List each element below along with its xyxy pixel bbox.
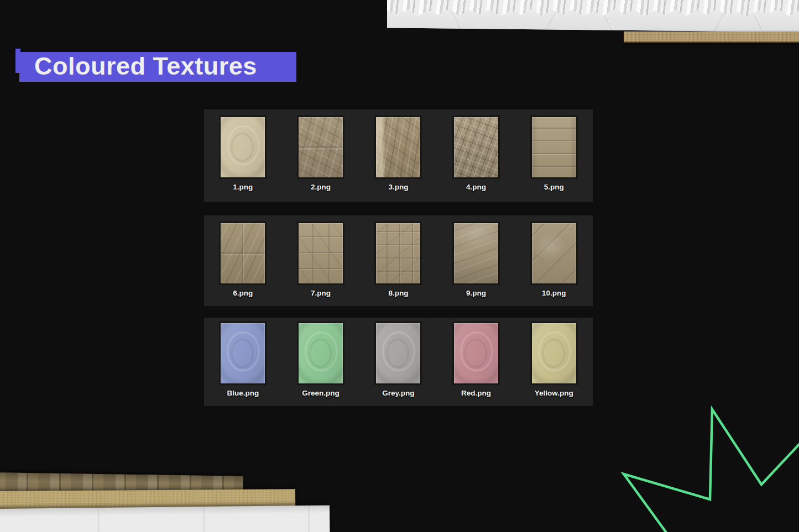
file-name-label: 4.png — [466, 183, 486, 192]
poster-canvas: Coloured Textures 1.png2.png3.png4.png5.… — [0, 0, 799, 532]
file-name-label: 10.png — [542, 289, 566, 298]
file-thumbnail[interactable] — [531, 322, 577, 384]
file-thumbnail[interactable] — [375, 322, 421, 384]
page-title-banner: Coloured Textures — [19, 52, 296, 82]
file-name-label: Grey.png — [382, 389, 414, 398]
file-name-label: 8.png — [388, 289, 408, 298]
file-item[interactable]: 7.png — [282, 222, 360, 298]
file-item[interactable]: Yellow.png — [515, 322, 593, 398]
cardboard-strip-texture — [624, 31, 799, 43]
file-thumbnail[interactable] — [297, 222, 344, 285]
texture-files-panel-row-3: Blue.pngGreen.pngGrey.pngRed.pngYellow.p… — [204, 318, 593, 406]
file-thumbnail[interactable] — [220, 222, 266, 285]
file-thumbnail[interactable] — [531, 222, 577, 285]
file-name-label: Green.png — [302, 389, 340, 398]
file-item[interactable]: 3.png — [359, 116, 437, 192]
file-name-label: Yellow.png — [535, 389, 573, 398]
file-item[interactable]: 10.png — [515, 222, 593, 298]
file-item[interactable]: Green.png — [282, 322, 360, 398]
file-item[interactable]: Grey.png — [359, 322, 437, 398]
file-name-label: Blue.png — [227, 389, 259, 398]
texture-files-panel-row-2: 6.png7.png8.png9.png10.png — [204, 215, 593, 306]
file-item[interactable]: Blue.png — [204, 322, 282, 398]
file-name-label: 6.png — [233, 289, 253, 298]
white-paper-texture — [387, 0, 799, 32]
file-thumbnail[interactable] — [297, 322, 344, 384]
file-name-label: 3.png — [388, 183, 408, 192]
texture-files-panel-row-1: 1.png2.png3.png4.png5.png — [204, 109, 593, 202]
zigzag-polyline — [624, 409, 799, 532]
file-item[interactable]: 9.png — [437, 222, 515, 298]
file-name-label: Red.png — [461, 389, 491, 398]
file-thumbnail[interactable] — [453, 322, 499, 384]
file-item[interactable]: 5.png — [515, 116, 593, 192]
file-name-label: 1.png — [233, 183, 253, 192]
file-item[interactable]: Red.png — [437, 322, 515, 398]
file-thumbnail[interactable] — [220, 322, 266, 384]
white-paper-bottom-texture — [0, 505, 330, 532]
crumpled-paper-edge — [387, 0, 799, 17]
file-name-label: 5.png — [544, 183, 564, 192]
file-name-label: 9.png — [466, 289, 486, 298]
file-thumbnail[interactable] — [531, 116, 577, 178]
file-item[interactable]: 4.png — [437, 116, 515, 192]
file-item[interactable]: 6.png — [204, 222, 282, 298]
file-thumbnail[interactable] — [375, 116, 421, 178]
file-thumbnail[interactable] — [375, 222, 421, 285]
file-thumbnail[interactable] — [453, 116, 499, 178]
file-name-label: 2.png — [311, 183, 331, 192]
file-name-label: 7.png — [311, 289, 331, 298]
file-thumbnail[interactable] — [453, 222, 499, 285]
file-item[interactable]: 8.png — [359, 222, 437, 298]
file-thumbnail[interactable] — [297, 116, 344, 178]
page-title: Coloured Textures — [34, 54, 257, 78]
file-thumbnail[interactable] — [220, 116, 266, 178]
file-item[interactable]: 1.png — [204, 116, 282, 192]
file-item[interactable]: 2.png — [282, 116, 360, 192]
